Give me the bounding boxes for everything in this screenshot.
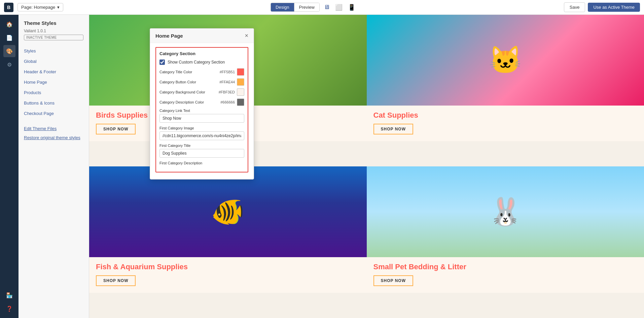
sidebar-icon-help[interactable]: ❓	[3, 303, 15, 315]
page-selector[interactable]: Page: Homepage ▾	[17, 3, 63, 11]
dialog-header: Home Page ×	[150, 29, 254, 43]
link-text-input[interactable]	[159, 114, 244, 123]
show-custom-category-label: Show Custom Category Section	[168, 60, 225, 65]
save-button[interactable]: Save	[564, 2, 585, 12]
design-preview-toggle: Design Preview	[271, 3, 320, 12]
chevron-down-icon: ▾	[57, 5, 60, 10]
desc-color-hex: #666666	[220, 100, 235, 104]
edit-theme-files-link[interactable]: Edit Theme Files	[19, 124, 89, 133]
inactive-badge: INACTIVE THEME	[24, 35, 83, 40]
sidebar-icon-paint[interactable]: 🎨	[3, 45, 15, 57]
preview-button[interactable]: Preview	[294, 3, 319, 11]
theme-panel: Theme Styles Valiant 1.0.1 INACTIVE THEM…	[19, 15, 89, 318]
first-title-input[interactable]	[159, 149, 244, 158]
desc-color-label: Category Description Color	[159, 100, 218, 104]
view-icons: 🖥 ⬜ 📱	[322, 3, 357, 12]
dialog-overlay: Home Page × Category Section Show Custom…	[89, 15, 644, 318]
bg-color-label: Category Background Color	[159, 90, 217, 94]
button-color-label: Category Button Color	[159, 80, 217, 84]
nav-buttons-icons[interactable]: Buttons & Icons	[19, 98, 89, 108]
dialog-body: Category Section Show Custom Category Se…	[150, 43, 254, 179]
button-color-row: Category Button Color #FFAE44	[159, 78, 244, 86]
desktop-view-button[interactable]: 🖥	[322, 3, 331, 11]
use-active-theme-button[interactable]: Use as Active Theme	[588, 3, 640, 12]
design-button[interactable]: Design	[271, 3, 294, 11]
desc-color-swatch[interactable]	[237, 98, 244, 106]
bg-color-row: Category Background Color #FBF3ED	[159, 88, 244, 96]
show-custom-category-checkbox[interactable]	[159, 59, 165, 65]
sidebar-icon-home[interactable]: 🏠	[3, 18, 15, 30]
bg-color-hex: #FBF3ED	[219, 90, 235, 94]
show-custom-category-row: Show Custom Category Section	[159, 59, 244, 65]
title-color-row: Category Title Color #FF5B51	[159, 68, 244, 76]
home-page-dialog: Home Page × Category Section Show Custom…	[150, 28, 254, 180]
first-title-label: First Category Title	[159, 144, 244, 148]
dialog-close-button[interactable]: ×	[245, 33, 248, 39]
sidebar-icon-pages[interactable]: 📄	[3, 32, 15, 44]
link-text-label: Category Link Text	[159, 109, 244, 113]
link-text-field: Category Link Text	[159, 109, 244, 123]
nav-global[interactable]: Global	[19, 56, 89, 67]
nav-checkout-page[interactable]: Checkout Page	[19, 108, 89, 119]
category-section-title: Category Section	[159, 51, 244, 56]
first-desc-field: First Category Description	[159, 161, 244, 165]
button-color-swatch[interactable]	[237, 78, 244, 86]
tablet-view-button[interactable]: ⬜	[334, 3, 344, 12]
sidebar-icon-store[interactable]: 🏪	[3, 289, 15, 301]
topbar-right: Save Use as Active Theme	[564, 2, 640, 12]
title-color-swatch[interactable]	[237, 68, 244, 76]
main-layout: 🏠 📄 🎨 ⚙ 🏪 ❓ Theme Styles Valiant 1.0.1 I…	[0, 15, 644, 318]
mobile-view-button[interactable]: 📱	[347, 3, 357, 12]
category-section-box: Category Section Show Custom Category Se…	[155, 47, 248, 172]
title-color-hex: #FF5B51	[220, 70, 235, 74]
bg-color-swatch[interactable]	[237, 88, 244, 96]
theme-panel-title: Theme Styles	[19, 20, 89, 29]
first-image-input[interactable]	[159, 131, 244, 140]
title-color-label: Category Title Color	[159, 70, 218, 74]
desc-color-row: Category Description Color #666666	[159, 98, 244, 106]
button-color-hex: #FFAE44	[219, 80, 235, 84]
first-image-label: First Category Image	[159, 126, 244, 130]
theme-version: Valiant 1.0.1	[19, 29, 89, 35]
topbar-center: Design Preview 🖥 ⬜ 📱	[67, 3, 560, 12]
topbar: B Page: Homepage ▾ Design Preview 🖥 ⬜ 📱 …	[0, 0, 644, 15]
app-logo: B	[4, 3, 13, 12]
content-area: 🐦 Birds Supplies SHOP NOW 🐱 Cat Supplies…	[89, 15, 644, 318]
first-image-field: First Category Image	[159, 126, 244, 140]
sidebar-icon-apps[interactable]: ⚙	[3, 58, 15, 71]
nav-home-page[interactable]: Home Page	[19, 77, 89, 87]
nav-header-footer[interactable]: Header & Footer	[19, 67, 89, 77]
dialog-title: Home Page	[155, 33, 183, 39]
nav-styles[interactable]: Styles	[19, 46, 89, 56]
left-sidebar: 🏠 📄 🎨 ⚙ 🏪 ❓	[0, 15, 19, 318]
first-desc-label: First Category Description	[159, 161, 244, 165]
first-title-field: First Category Title	[159, 144, 244, 158]
nav-products[interactable]: Products	[19, 87, 89, 98]
restore-theme-link[interactable]: Restore original theme styles	[19, 133, 89, 142]
